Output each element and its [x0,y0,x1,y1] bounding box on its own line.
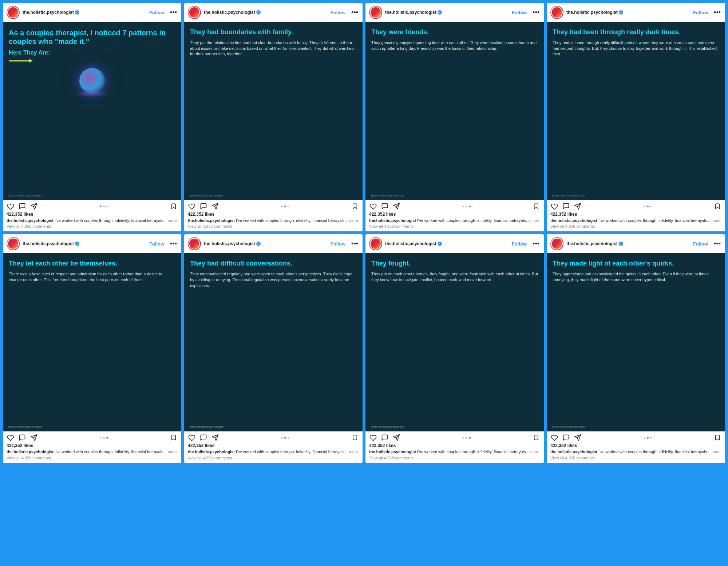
more-options-button[interactable]: ••• [351,240,359,248]
follow-button[interactable]: Follow [510,9,529,16]
caption-handle[interactable]: the.holistic.psychologist [188,450,235,454]
heart-icon[interactable] [550,202,558,210]
more-options-button[interactable]: ••• [351,9,359,16]
username[interactable]: the.holistic.psychologist [566,10,618,15]
view-comments-link[interactable]: View all 4,958 comments [7,456,178,460]
username[interactable]: the.holistic.psychologist [566,241,618,246]
heart-icon[interactable] [369,202,377,210]
follow-button[interactable]: Follow [328,240,348,247]
username[interactable]: the.holistic.psychologist [204,10,255,15]
post-title: They made light of each other's quirks. [553,260,719,268]
post-body: They put the relationship first and had … [190,40,357,57]
verified-badge [256,242,261,246]
caption-handle[interactable]: the.holistic.psychologist [188,218,235,223]
caption-handle[interactable]: the.holistic.psychologist [369,218,416,223]
share-icon[interactable] [574,202,582,210]
more-link[interactable]: more [349,218,358,223]
username[interactable]: the.holistic.psychologist [204,241,255,246]
share-icon[interactable] [392,202,400,210]
view-comments-link[interactable]: View all 4,958 comments [188,456,359,460]
share-icon[interactable] [30,202,38,210]
more-options-button[interactable]: ••• [532,240,540,248]
post-image: They fought.They got on each others nerv… [365,253,544,431]
posts-grid: the.holistic.psychologistFollow•••As a c… [3,3,725,463]
comment-icon[interactable] [562,434,570,442]
more-options-button[interactable]: ••• [532,9,540,16]
share-icon[interactable] [211,434,219,442]
view-comments-link[interactable]: View all 4,958 comments [369,456,540,460]
share-icon[interactable] [211,202,219,210]
heart-icon[interactable] [550,434,558,442]
username[interactable]: the.holistic.psychologist [385,10,436,15]
bookmark-icon[interactable] [170,202,178,210]
caption-handle[interactable]: the.holistic.psychologist [550,450,597,454]
carousel-dots [219,437,351,439]
caption-handle[interactable]: the.holistic.psychologist [369,450,416,454]
follow-button[interactable]: Follow [328,9,348,16]
avatar[interactable] [7,6,20,19]
post-footer: 422,352 likesthe.holistic.psychologist I… [365,200,544,231]
follow-button[interactable]: Follow [147,9,166,16]
comment-icon[interactable] [562,202,570,210]
username[interactable]: the.holistic.psychologist [23,10,74,15]
follow-button[interactable]: Follow [691,9,710,16]
bookmark-icon[interactable] [351,434,359,442]
bookmark-icon[interactable] [170,434,178,442]
heart-icon[interactable] [188,434,196,442]
avatar[interactable] [369,237,382,250]
caption: the.holistic.psychologist I've worked wi… [7,218,178,223]
heart-icon[interactable] [7,434,15,442]
carousel-dot [466,437,467,439]
username[interactable]: the.holistic.psychologist [23,241,74,246]
view-comments-link[interactable]: View all 4,958 comments [7,224,178,228]
more-options-button[interactable]: ••• [169,240,178,248]
avatar[interactable] [550,6,563,19]
caption-handle[interactable]: the.holistic.psychologist [550,218,597,223]
more-link[interactable]: more [168,218,177,223]
more-link[interactable]: more [530,450,539,454]
more-link[interactable]: more [530,218,539,223]
view-comments-link[interactable]: View all 4,958 comments [369,224,540,228]
more-options-button[interactable]: ••• [713,240,721,248]
follow-button[interactable]: Follow [510,240,529,247]
heart-icon[interactable] [369,434,377,442]
comment-icon[interactable] [199,434,207,442]
comment-icon[interactable] [199,202,207,210]
bookmark-icon[interactable] [713,434,721,442]
comment-icon[interactable] [381,434,389,442]
more-link[interactable]: more [349,450,358,454]
comment-icon[interactable] [18,434,26,442]
username[interactable]: the.holistic.psychologist [385,241,436,246]
heart-icon[interactable] [188,202,196,210]
more-link[interactable]: more [168,450,177,454]
avatar[interactable] [550,237,563,250]
comment-icon[interactable] [381,202,389,210]
caption: the.holistic.psychologist I've worked wi… [369,218,540,223]
more-options-button[interactable]: ••• [713,9,721,16]
post-body: They genuinely enjoyed spending time wit… [371,40,538,52]
share-icon[interactable] [30,434,38,442]
more-link[interactable]: more [712,450,721,454]
share-icon[interactable] [392,434,400,442]
avatar[interactable] [369,6,382,19]
view-comments-link[interactable]: View all 4,958 comments [550,224,721,228]
bookmark-icon[interactable] [713,202,721,210]
view-comments-link[interactable]: View all 4,958 comments [550,456,721,460]
caption-handle[interactable]: the.holistic.psychologist [7,450,54,454]
share-icon[interactable] [574,434,582,442]
view-comments-link[interactable]: View all 4,958 comments [188,224,359,228]
bookmark-icon[interactable] [532,434,540,442]
more-options-button[interactable]: ••• [169,9,178,16]
post-header: the.holistic.psychologistFollow••• [184,3,363,22]
heart-icon[interactable] [7,202,15,210]
avatar[interactable] [7,237,20,250]
follow-button[interactable]: Follow [147,240,166,247]
follow-button[interactable]: Follow [691,240,710,247]
avatar[interactable] [188,237,201,250]
caption-handle[interactable]: the.holistic.psychologist [7,218,54,223]
comment-icon[interactable] [18,202,26,210]
bookmark-icon[interactable] [351,202,359,210]
bookmark-icon[interactable] [532,202,540,210]
avatar[interactable] [188,6,201,19]
more-link[interactable]: more [712,218,721,223]
